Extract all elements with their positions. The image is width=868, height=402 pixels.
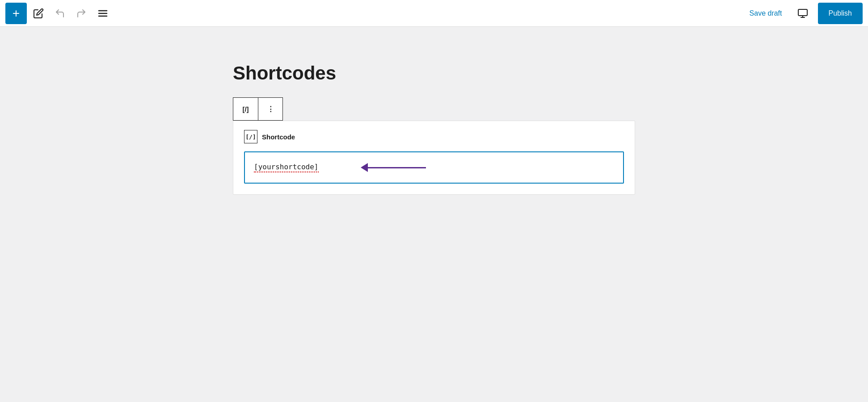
shortcode-input-area[interactable]: [yourshortcode] [244,151,624,184]
ellipsis-vertical-icon: ⋮ [267,105,274,113]
toolbar-right: Save draft Publish [744,3,863,24]
preview-button[interactable] [793,4,813,23]
shortcode-bracket-icon: [/] [242,105,249,113]
add-block-button[interactable]: + [5,3,27,24]
shortcode-block: [/] Shortcode [yourshortcode] [233,121,635,195]
main-content: Shortcodes [/] ⋮ [/] Shortcode [yourshor… [0,27,868,402]
block-navigation-button[interactable] [93,4,113,23]
toolbar: + S [0,0,868,27]
arrow-head [361,163,368,172]
shortcode-icon-button[interactable]: [/] [233,97,258,121]
monitor-icon [797,8,808,19]
redo-button[interactable] [72,4,91,23]
save-draft-button[interactable]: Save draft [744,6,788,21]
pencil-icon [33,8,44,19]
undo-icon [55,8,65,19]
undo-button[interactable] [50,4,70,23]
arrow-line [368,167,426,168]
arrow-annotation [361,163,426,172]
shortcode-value: [yourshortcode] [254,163,319,172]
block-toolbar: [/] ⋮ [233,97,635,121]
page-title[interactable]: Shortcodes [233,63,635,88]
tools-button[interactable] [29,4,48,23]
plus-icon: + [13,6,20,21]
block-type-icon: [/] [244,130,257,143]
publish-button[interactable]: Publish [818,3,863,24]
toolbar-left: + [5,3,742,24]
list-icon [97,8,108,19]
block-type-label: Shortcode [262,133,295,141]
editor-area: Shortcodes [/] ⋮ [/] Shortcode [yourshor… [233,63,635,384]
redo-icon [76,8,87,19]
block-header: [/] Shortcode [244,130,624,143]
more-options-button[interactable]: ⋮ [258,97,283,121]
svg-rect-3 [798,9,807,16]
